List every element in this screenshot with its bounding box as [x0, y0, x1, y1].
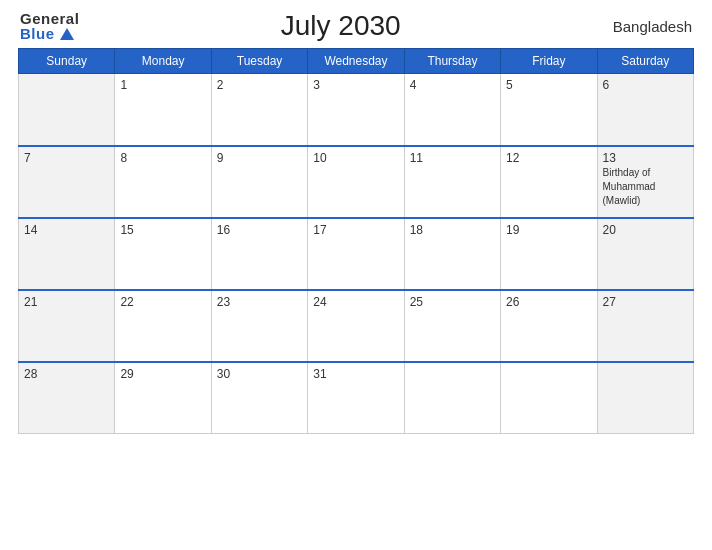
table-row: 5 [501, 74, 597, 146]
col-saturday: Saturday [597, 49, 693, 74]
table-row: 9 [211, 146, 307, 218]
day-number: 24 [313, 295, 398, 309]
logo-blue-text: Blue [20, 26, 74, 41]
day-number: 2 [217, 78, 302, 92]
day-number: 18 [410, 223, 495, 237]
day-number: 13 [603, 151, 688, 165]
calendar-week-row: 123456 [19, 74, 694, 146]
logo-triangle-icon [60, 28, 74, 40]
table-row: 16 [211, 218, 307, 290]
day-number: 23 [217, 295, 302, 309]
col-monday: Monday [115, 49, 211, 74]
table-row: 8 [115, 146, 211, 218]
day-number: 19 [506, 223, 591, 237]
table-row: 28 [19, 362, 115, 434]
calendar-week-row: 78910111213Birthday of Muhammad (Mawlid) [19, 146, 694, 218]
day-number: 21 [24, 295, 109, 309]
table-row: 12 [501, 146, 597, 218]
day-number: 15 [120, 223, 205, 237]
day-number: 1 [120, 78, 205, 92]
table-row: 4 [404, 74, 500, 146]
table-row: 2 [211, 74, 307, 146]
table-row: 30 [211, 362, 307, 434]
day-number: 31 [313, 367, 398, 381]
day-number: 27 [603, 295, 688, 309]
table-row: 13Birthday of Muhammad (Mawlid) [597, 146, 693, 218]
day-number: 30 [217, 367, 302, 381]
table-row: 10 [308, 146, 404, 218]
table-row: 29 [115, 362, 211, 434]
day-number: 3 [313, 78, 398, 92]
table-row: 27 [597, 290, 693, 362]
day-number: 29 [120, 367, 205, 381]
col-sunday: Sunday [19, 49, 115, 74]
table-row: 21 [19, 290, 115, 362]
day-number: 20 [603, 223, 688, 237]
table-row: 17 [308, 218, 404, 290]
table-row: 7 [19, 146, 115, 218]
day-number: 12 [506, 151, 591, 165]
table-row: 23 [211, 290, 307, 362]
day-number: 6 [603, 78, 688, 92]
day-number: 11 [410, 151, 495, 165]
day-number: 22 [120, 295, 205, 309]
table-row: 26 [501, 290, 597, 362]
table-row: 1 [115, 74, 211, 146]
col-friday: Friday [501, 49, 597, 74]
table-row [404, 362, 500, 434]
day-number: 16 [217, 223, 302, 237]
col-tuesday: Tuesday [211, 49, 307, 74]
event-text: Birthday of Muhammad (Mawlid) [603, 167, 656, 206]
calendar-week-row: 21222324252627 [19, 290, 694, 362]
country-label: Bangladesh [602, 18, 692, 35]
day-number: 5 [506, 78, 591, 92]
day-number: 28 [24, 367, 109, 381]
day-number: 17 [313, 223, 398, 237]
day-number: 10 [313, 151, 398, 165]
table-row: 22 [115, 290, 211, 362]
table-row [597, 362, 693, 434]
day-number: 26 [506, 295, 591, 309]
table-row: 18 [404, 218, 500, 290]
table-row [19, 74, 115, 146]
day-number: 7 [24, 151, 109, 165]
calendar-week-row: 14151617181920 [19, 218, 694, 290]
calendar-week-row: 28293031 [19, 362, 694, 434]
table-row: 31 [308, 362, 404, 434]
logo: General Blue [20, 11, 79, 41]
table-row [501, 362, 597, 434]
table-row: 11 [404, 146, 500, 218]
calendar: Sunday Monday Tuesday Wednesday Thursday… [18, 48, 694, 434]
month-title: July 2030 [79, 10, 602, 42]
col-wednesday: Wednesday [308, 49, 404, 74]
table-row: 15 [115, 218, 211, 290]
day-number: 14 [24, 223, 109, 237]
table-row: 14 [19, 218, 115, 290]
header: General Blue July 2030 Bangladesh [18, 10, 694, 42]
day-number: 9 [217, 151, 302, 165]
table-row: 3 [308, 74, 404, 146]
day-number: 8 [120, 151, 205, 165]
table-row: 20 [597, 218, 693, 290]
col-thursday: Thursday [404, 49, 500, 74]
day-number: 4 [410, 78, 495, 92]
table-row: 6 [597, 74, 693, 146]
day-number: 25 [410, 295, 495, 309]
table-row: 19 [501, 218, 597, 290]
table-row: 24 [308, 290, 404, 362]
logo-general-text: General [20, 11, 79, 26]
calendar-header-row: Sunday Monday Tuesday Wednesday Thursday… [19, 49, 694, 74]
table-row: 25 [404, 290, 500, 362]
